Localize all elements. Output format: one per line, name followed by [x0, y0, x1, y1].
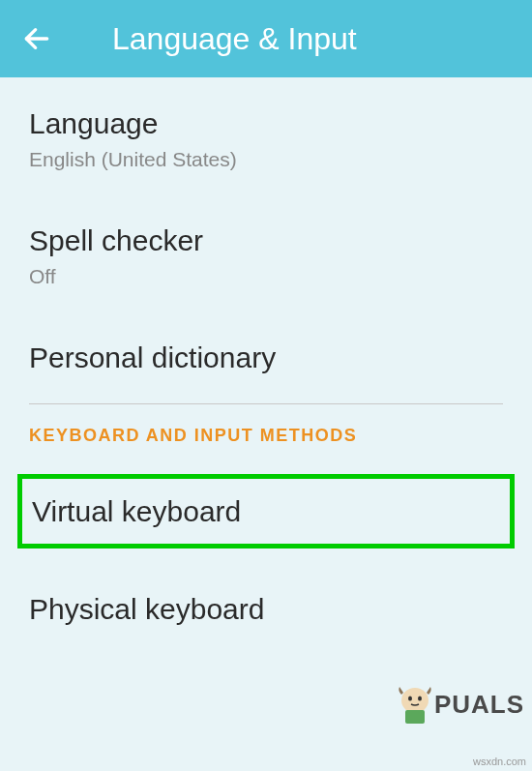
setting-subtitle: English (United States) ‎: [29, 148, 503, 171]
setting-title: Physical keyboard: [29, 590, 503, 628]
watermark: PUALS: [392, 681, 524, 727]
page-title: Language & Input: [112, 21, 357, 57]
settings-content: Language English (United States) ‎ Spell…: [0, 77, 532, 651]
setting-virtual-keyboard[interactable]: Virtual keyboard: [17, 474, 515, 549]
setting-title: Personal dictionary: [29, 339, 503, 376]
svg-point-3: [418, 697, 422, 701]
watermark-text: PUALS: [434, 690, 524, 720]
setting-spell-checker[interactable]: Spell checker Off: [0, 194, 532, 311]
setting-subtitle: Off: [29, 265, 503, 288]
setting-language[interactable]: Language English (United States) ‎: [0, 77, 532, 194]
divider: [29, 403, 503, 404]
svg-point-1: [401, 688, 429, 713]
setting-physical-keyboard[interactable]: Physical keyboard: [0, 553, 532, 651]
back-button[interactable]: [19, 21, 54, 56]
setting-title: Language: [29, 104, 503, 142]
svg-rect-4: [405, 710, 425, 724]
setting-title: Virtual keyboard: [32, 492, 500, 530]
arrow-left-icon: [21, 23, 52, 54]
source-text: wsxdn.com: [473, 756, 526, 767]
app-header: Language & Input: [0, 0, 532, 77]
watermark-logo-icon: [392, 681, 438, 727]
svg-point-2: [408, 697, 412, 701]
setting-title: Spell checker: [29, 222, 503, 259]
section-header-keyboard: KEYBOARD AND INPUT METHODS: [0, 408, 532, 469]
setting-personal-dictionary[interactable]: Personal dictionary: [0, 311, 532, 400]
